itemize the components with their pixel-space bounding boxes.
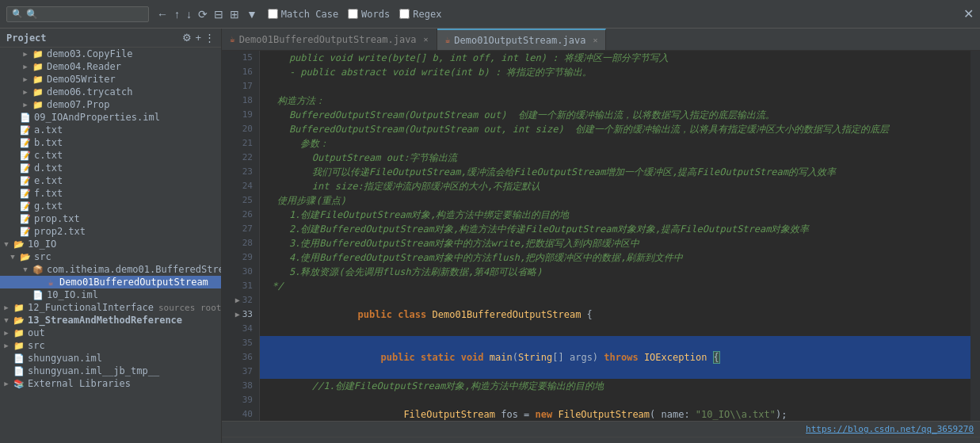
code-line-17 bbox=[260, 79, 970, 94]
txt-icon: 📝 bbox=[19, 227, 32, 237]
sidebar-menu-icon[interactable]: ⋮ bbox=[204, 32, 215, 44]
code-line-26: 1.创建FileOutputStream对象,构造方法中绑定要输出的目的地 bbox=[260, 208, 970, 222]
tab-demo01output[interactable]: ☕ Demo01OutputStream.java ✕ bbox=[437, 29, 607, 50]
status-link[interactable]: https://blog.csdn.net/qq_3659270 bbox=[806, 424, 974, 434]
sidebar-item-out[interactable]: ▶ 📁 out bbox=[0, 327, 221, 339]
code-line-25: 使用步骤(重点) bbox=[260, 193, 970, 208]
words-option[interactable]: Words bbox=[348, 9, 390, 20]
sidebar-settings-icon[interactable]: ⚙ bbox=[182, 32, 192, 44]
sidebar-item-proptxt[interactable]: 📝 prop.txt bbox=[0, 212, 221, 225]
sidebar-item-com[interactable]: ▼ 📦 com.itheima.demo01.BufferedStream bbox=[0, 263, 221, 276]
tab-demo01buffered[interactable]: ☕ Demo01BufferedOutputStream.java ✕ bbox=[222, 29, 437, 50]
tab-bar: ☕ Demo01BufferedOutputStream.java ✕ ☕ De… bbox=[222, 29, 980, 51]
words-checkbox[interactable] bbox=[348, 9, 358, 19]
sidebar-item-src2[interactable]: ▶ 📁 src bbox=[0, 339, 221, 352]
java-tab-icon: ☕ bbox=[445, 35, 451, 45]
line-num-25: 25 bbox=[222, 193, 259, 208]
sidebar-item-demo05writer[interactable]: ▶ 📁 Demo05Writer bbox=[0, 73, 221, 86]
sidebar-item-ctxt[interactable]: 📝 c.txt bbox=[0, 149, 221, 162]
iml-icon: 📄 bbox=[13, 353, 25, 364]
match-case-checkbox[interactable] bbox=[268, 9, 278, 19]
sidebar-item-iml10[interactable]: 📄 10_IO.iml bbox=[0, 288, 221, 301]
libs-icon: 📚 bbox=[13, 379, 25, 389]
sidebar-item-ftxt[interactable]: 📝 f.txt bbox=[0, 187, 221, 200]
line-num-21: 21 bbox=[222, 136, 259, 151]
expand-arrow: ▶ bbox=[0, 304, 13, 311]
sidebar-item-demo06[interactable]: ▶ 📁 demo06.trycatch bbox=[0, 86, 221, 98]
sidebar-item-demo04reader[interactable]: ▶ 📁 Demo04.Reader bbox=[0, 60, 221, 73]
sidebar-item-demo03copyfile[interactable]: ▶ 📁 demo03.CopyFile bbox=[0, 48, 221, 60]
tree-item-label: demo06.trycatch bbox=[47, 86, 132, 97]
code-line-23: 我们可以传递FileOutputStream,缓冲流会给FileOutputSt… bbox=[260, 165, 970, 179]
line-num-38: 38 bbox=[222, 379, 259, 393]
search-options: Match Case Words Regex bbox=[268, 9, 442, 20]
nav-back-button[interactable]: ← bbox=[154, 6, 171, 22]
fold-marker-32[interactable]: ▶ bbox=[233, 293, 242, 307]
expand-arrow: ▶ bbox=[0, 329, 13, 337]
code-content[interactable]: public void write(byte[] b, int off, int… bbox=[260, 51, 970, 421]
sidebar-add-icon[interactable]: + bbox=[195, 32, 201, 44]
sidebar-item-12func[interactable]: ▶ 📁 12_FunctionalInterface sources root bbox=[0, 301, 221, 314]
tree-item-label: com.itheima.demo01.BufferedStream bbox=[47, 264, 222, 275]
txt-icon: 📝 bbox=[19, 176, 32, 186]
sidebar-item-iml09[interactable]: 📄 09_IOAndProperties.iml bbox=[0, 111, 221, 124]
vertical-scrollbar[interactable] bbox=[970, 51, 980, 421]
txt-icon: 📝 bbox=[19, 163, 32, 174]
horizontal-scrollbar[interactable] bbox=[222, 437, 980, 443]
sidebar-item-btxt[interactable]: 📝 b.txt bbox=[0, 136, 221, 149]
nav-down-button[interactable]: ↓ bbox=[183, 6, 195, 22]
line-num-26: 26 bbox=[222, 208, 259, 222]
fold-marker-33[interactable]: ▶ bbox=[233, 307, 242, 322]
sidebar-item-prop2txt[interactable]: 📝 prop2.txt bbox=[0, 225, 221, 238]
match-case-option[interactable]: Match Case bbox=[268, 9, 338, 20]
tab-close-button[interactable]: ✕ bbox=[593, 36, 597, 44]
close-search-button[interactable]: ✕ bbox=[963, 6, 974, 21]
sidebar-item-atxt[interactable]: 📝 a.txt bbox=[0, 124, 221, 136]
line-num-40: 40 bbox=[222, 407, 259, 421]
regex-label: Regex bbox=[413, 9, 441, 20]
tree-item-label: 12_FunctionalInterface bbox=[28, 302, 154, 313]
tree-item-label: d.txt bbox=[34, 162, 63, 174]
sidebar-item-shungyuantmp[interactable]: 📄 shungyuan.iml__jb_tmp__ bbox=[0, 365, 221, 377]
sidebar-title: Project bbox=[6, 32, 47, 44]
tree-item-label: c.txt bbox=[34, 150, 63, 161]
code-line-19: BufferedOutputStream(OutputStream out) 创… bbox=[260, 108, 970, 122]
tree-item-label: f.txt bbox=[34, 188, 63, 199]
tree-item-label: a.txt bbox=[34, 124, 63, 136]
regex-checkbox[interactable] bbox=[399, 9, 410, 19]
code-line-18: 构造方法： bbox=[260, 94, 970, 108]
tab-close-button[interactable]: ✕ bbox=[424, 35, 429, 44]
tree-item-label: 09_IOAndProperties.iml bbox=[34, 112, 160, 123]
nav-refresh-button[interactable]: ⟳ bbox=[195, 6, 211, 22]
sidebar-item-dtxt[interactable]: 📝 d.txt bbox=[0, 162, 221, 174]
line-num-33: ▶33 bbox=[222, 307, 259, 322]
nav-forward-button[interactable]: ↑ bbox=[171, 6, 183, 22]
tree-item-label: demo03.CopyFile bbox=[47, 48, 132, 59]
sidebar-item-etxt[interactable]: 📝 e.txt bbox=[0, 174, 221, 187]
nav-split-button[interactable]: ⊟ bbox=[211, 6, 227, 22]
line-num-22: 22 bbox=[222, 151, 259, 165]
tree-item-label: shungyuan.iml bbox=[28, 353, 102, 364]
sidebar-item-extlibs[interactable]: ▶ 📚 External Libraries bbox=[0, 377, 221, 390]
filter-button[interactable]: ▼ bbox=[242, 6, 261, 22]
code-line-28: 3.使用BufferedOutputStream对象中的方法write,把数据写… bbox=[260, 236, 970, 250]
iml-icon: 📄 bbox=[19, 113, 32, 123]
iml-icon: 📄 bbox=[32, 290, 44, 300]
txt-icon: 📝 bbox=[19, 151, 32, 161]
sidebar-item-shungyuan[interactable]: 📄 shungyuan.iml bbox=[0, 352, 221, 365]
nav-split2-button[interactable]: ⊞ bbox=[227, 6, 242, 22]
search-input-wrap[interactable]: 🔍 bbox=[6, 6, 149, 22]
regex-option[interactable]: Regex bbox=[399, 9, 441, 20]
sidebar-item-demo07[interactable]: ▶ 📁 demo07.Prop bbox=[0, 98, 221, 111]
expand-arrow: ▶ bbox=[0, 342, 13, 349]
sidebar-item-demo01class[interactable]: ☕ Demo01BufferedOutputStream bbox=[0, 276, 221, 288]
sidebar-item-src[interactable]: ▼ 📂 src bbox=[0, 250, 221, 263]
sidebar-item-10io[interactable]: ▼ 📂 10_IO bbox=[0, 238, 221, 250]
expand-arrow: ▼ bbox=[19, 265, 32, 273]
sidebar-item-13stream[interactable]: ▼ 📂 13_StreamAndMethodReference bbox=[0, 314, 221, 327]
search-input[interactable] bbox=[26, 9, 129, 20]
src-folder-icon: 📂 bbox=[19, 252, 32, 262]
code-line-33: public static void main(String[] args) t… bbox=[260, 336, 970, 379]
sidebar-item-gtxt[interactable]: 📝 g.txt bbox=[0, 200, 221, 212]
code-editor: 15 16 17 18 19 20 21 22 23 24 25 26 27 2… bbox=[222, 51, 980, 421]
